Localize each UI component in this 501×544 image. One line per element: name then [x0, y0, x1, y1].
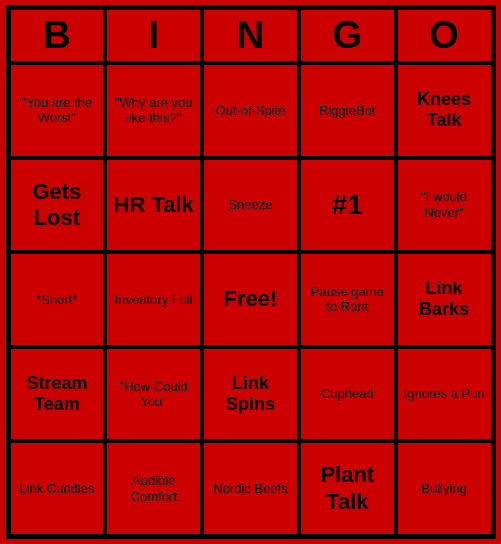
- bingo-cell-4: Knees Talk: [396, 63, 493, 158]
- bingo-cell-19: Ignores a Pun: [396, 347, 493, 442]
- bingo-cell-0: "You are the Worst": [9, 63, 106, 158]
- bingo-cell-18: Cuphead: [299, 347, 396, 442]
- bingo-cell-2: Out-of-Spite: [202, 63, 299, 158]
- bingo-cell-21: Audible Comfort: [105, 441, 202, 536]
- bingo-cell-6: HR Talk: [105, 158, 202, 253]
- bingo-header: BINGO: [9, 8, 493, 63]
- bingo-cell-12: Free!: [202, 252, 299, 347]
- bingo-cell-11: Inventory Full: [105, 252, 202, 347]
- bingo-cell-22: Nordic Beefs: [202, 441, 299, 536]
- bingo-cell-8: #1: [299, 158, 396, 253]
- bingo-cell-5: Gets Lost: [9, 158, 106, 253]
- bingo-cell-3: RiggieBot: [299, 63, 396, 158]
- bingo-letter-o: O: [396, 8, 493, 63]
- bingo-cell-20: Link Cuddles: [9, 441, 106, 536]
- bingo-cell-10: *Snort*: [9, 252, 106, 347]
- bingo-cell-1: "Why are you like this?": [105, 63, 202, 158]
- bingo-grid: "You are the Worst""Why are you like thi…: [9, 63, 493, 536]
- bingo-cell-17: Link Spins: [202, 347, 299, 442]
- bingo-cell-9: "I would Never": [396, 158, 493, 253]
- bingo-card: BINGO "You are the Worst""Why are you li…: [6, 5, 496, 539]
- bingo-cell-16: "How Could You": [105, 347, 202, 442]
- bingo-letter-n: N: [202, 8, 299, 63]
- bingo-cell-13: Pause game to Rant: [299, 252, 396, 347]
- bingo-cell-23: Plant Talk: [299, 441, 396, 536]
- bingo-cell-7: Sneeze: [202, 158, 299, 253]
- bingo-letter-i: I: [105, 8, 202, 63]
- bingo-cell-14: Link Barks: [396, 252, 493, 347]
- bingo-cell-15: Stream Team: [9, 347, 106, 442]
- bingo-letter-g: G: [299, 8, 396, 63]
- bingo-cell-24: Bullying: [396, 441, 493, 536]
- bingo-letter-b: B: [9, 8, 106, 63]
